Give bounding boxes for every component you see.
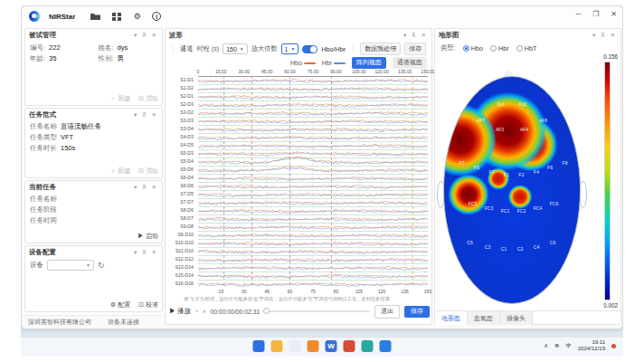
paradigm-panel: 任务范式 ▾ ⊼ ✕ 任务名称言语流畅任务任务类型VFT任务时长150s ＋ 新… — [24, 108, 163, 178]
taskbar-media-player-icon[interactable] — [308, 340, 319, 352]
zoom-label: 放大倍数 — [251, 44, 278, 53]
slider-knob[interactable] — [263, 308, 270, 314]
channel-labels: S1-D1S1-D2S2-D1S2-D3S3-D2S3-D3S3-D4S4-D3… — [166, 76, 195, 288]
app-window: NIRStar ⚙ i ─ ❐ ✕ 被试管理 ▾ ⊼ ✕ 编号:222姓名:dy… — [21, 5, 623, 329]
legend-row: Hbo Hbr 阵列视图通道视图 — [166, 56, 431, 69]
footer-action-button[interactable]: ⊟ 清除 — [138, 167, 158, 176]
drag-handle-icon[interactable]: ⋮ — [169, 45, 176, 53]
current-task-panel: 当前任务 ▾ ⊼ ✕ 任务名称任务阶段任务时间 ▶ 启动 — [24, 180, 163, 243]
channel-label: S1-D1 — [166, 76, 195, 84]
save-button[interactable]: 保存 — [404, 43, 426, 55]
language-indicator[interactable]: 中 — [565, 342, 572, 350]
footer-action-button[interactable]: ⊟ 清除 — [138, 94, 158, 103]
taskbar-system-monitor-icon[interactable] — [253, 340, 265, 352]
drag-handle-icon[interactable]: ⋮ — [349, 45, 356, 53]
brain-topography-map[interactable]: Fp1Fp2AF7AF3AF4AF8F7F5F3F1F2F4F6F8FC5FC3… — [443, 76, 581, 304]
preprocess-button[interactable]: 数据预处理 — [360, 43, 401, 55]
channel-label: S16-D16 — [166, 280, 195, 288]
device-select[interactable]: ▼ — [47, 260, 94, 271]
app-title: NIRStar — [49, 13, 75, 21]
folder-icon[interactable] — [90, 11, 101, 23]
panel-controls-icons[interactable]: ▾ ⊼ ✕ — [134, 249, 158, 256]
panel-controls-icons[interactable]: ▾ ⊼ ✕ — [403, 32, 428, 39]
taskbar-notepad-icon[interactable] — [289, 340, 301, 352]
footer-action-button[interactable]: ＋ 新建 — [109, 94, 130, 103]
type-radio-hbo[interactable]: Hbo — [463, 44, 483, 52]
window-controls: ─ ❐ ✕ — [575, 10, 617, 18]
axis-tick: 150 — [424, 289, 431, 294]
tab-地形图[interactable]: 地形图 — [435, 311, 468, 325]
current-task-field: 任务阶段 — [25, 205, 162, 215]
axis-tick: 135.00 — [398, 69, 412, 74]
type-radio-group: 类型: HboHbrHbT — [435, 42, 620, 54]
field-label: 任务时长 — [30, 144, 57, 153]
type-radio-hbt[interactable]: HbT — [516, 44, 537, 52]
waveform-plot[interactable] — [198, 76, 428, 288]
maximize-button[interactable]: ❐ — [592, 10, 599, 18]
electrode-label-af3: AF3 — [496, 127, 504, 132]
subject-fields: 编号:222姓名:dys年龄:35性别:男 — [25, 42, 162, 65]
pause-button[interactable]: ⏸ — [195, 308, 198, 315]
footer-action-button[interactable]: ⚙ 配置 — [110, 300, 130, 310]
channel-menu-button[interactable]: 通道 — [180, 44, 193, 53]
channel-label: S9-D8 — [166, 223, 195, 231]
tray-chevron-icon[interactable]: ∧ — [544, 342, 548, 349]
notification-badge[interactable] — [611, 344, 616, 348]
panel-controls-icons[interactable]: ▾ ⊼ ✕ — [134, 32, 158, 39]
playback-slider[interactable] — [264, 310, 370, 312]
panel-controls-icons[interactable]: ▾ ⊼ ✕ — [134, 111, 158, 119]
device-panel: 设备配置 ▾ ⊼ ✕ 设备 ▼ ↻ ⚙ 配置⊡ 校准 — [24, 245, 163, 312]
type-radio-hbr[interactable]: Hbr — [490, 44, 509, 52]
colorbar-min: 0.002 — [603, 302, 618, 309]
taskbar-wps-icon[interactable]: W — [326, 340, 337, 352]
footer-action-button[interactable]: ⊡ 校准 — [138, 300, 158, 310]
field-label: 任务名称 — [30, 195, 57, 204]
subject-panel: 被试管理 ▾ ⊼ ✕ 编号:222姓名:dys年龄:35性别:男 ＋ 新建⊟ 清… — [24, 28, 163, 106]
tab-血氧图[interactable]: 血氧图 — [468, 311, 500, 325]
view-toggle-button[interactable]: 通道视图 — [393, 57, 427, 69]
panel-controls-icons[interactable]: ▾ ⊼ ✕ — [592, 32, 617, 39]
close-button[interactable]: ✕ — [611, 10, 617, 18]
device-status: 设备未连接 — [108, 318, 139, 327]
settings-gear-icon[interactable]: ⚙ — [131, 11, 143, 23]
channel-label: S9-D10 — [166, 231, 195, 239]
montage-icon[interactable] — [110, 11, 122, 23]
taskbar-app-teal-icon[interactable] — [362, 340, 374, 352]
minimize-button[interactable]: ─ — [575, 10, 581, 18]
footer-action-button[interactable]: ＋ 新建 — [109, 167, 130, 176]
subject-panel-footer: ＋ 新建⊟ 清除 — [109, 94, 158, 103]
topomap-panel: 地形图 ▾ ⊼ ✕ 类型: HboHbrHbT Fp1Fp2AF7AF3AF4A… — [434, 28, 621, 325]
taskbar-file-explorer-icon[interactable] — [271, 340, 283, 352]
start-task-button[interactable]: ▶ 启动 — [137, 232, 158, 241]
channel-label: S8-D7 — [166, 214, 195, 223]
confirm-button[interactable]: 保存 — [404, 306, 430, 318]
taskbar-nirstar-icon[interactable] — [380, 340, 392, 352]
axis-tick: 15.00 — [215, 69, 227, 74]
axis-tick: 90.00 — [330, 69, 342, 74]
epoch-select[interactable]: 150▼ — [223, 43, 248, 54]
axis-tick: 150.00 — [421, 69, 434, 74]
exit-button[interactable]: 退出 — [374, 305, 400, 319]
info-icon[interactable]: i — [152, 12, 161, 21]
panel-controls-icons[interactable]: ▾ ⊼ ✕ — [134, 184, 158, 191]
device-panel-title: 设备配置 — [29, 248, 56, 257]
type-label: 类型: — [440, 43, 456, 52]
taskbar-app-red-icon[interactable] — [344, 340, 355, 352]
waveform-panel: 波形 ▾ ⊼ ✕ ⋮ 通道 时程 (s) 150▼ 放大倍数 1▼ Hbo/Hb… — [165, 28, 432, 325]
electrode-label-f2: F2 — [519, 172, 525, 177]
stop-button[interactable]: ⏹ — [203, 308, 205, 315]
current-task-field: 任务时间 — [25, 215, 162, 226]
tray-date: 2024/12/19 — [578, 346, 605, 352]
clock[interactable]: 19:11 2024/12/19 — [578, 339, 605, 352]
electrode-label-f6: F6 — [547, 165, 553, 170]
refresh-icon[interactable]: ↻ — [98, 261, 105, 270]
axis-tick: 45.00 — [261, 69, 273, 74]
tab-摄像头[interactable]: 摄像头 — [500, 311, 533, 325]
view-toggle-button[interactable]: 阵列视图 — [352, 57, 386, 69]
titlebar: NIRStar ⚙ i — [22, 6, 622, 26]
network-icon[interactable]: ⊕ — [554, 342, 559, 349]
play-button[interactable]: ▶ 播放 — [169, 307, 191, 316]
hbo-hbr-toggle[interactable] — [302, 45, 317, 53]
zoom-select[interactable]: 1▼ — [281, 43, 299, 54]
channel-label: S5-D3 — [166, 149, 195, 157]
